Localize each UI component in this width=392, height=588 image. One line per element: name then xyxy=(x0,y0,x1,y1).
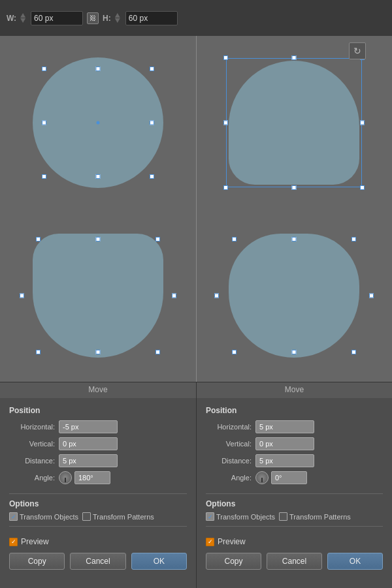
preview-row-2: ✓ Preview xyxy=(206,537,383,546)
height-input[interactable]: 60 px xyxy=(125,11,178,25)
shape-circle[interactable] xyxy=(33,57,163,188)
separator-1 xyxy=(9,493,187,494)
dialog-panel-2: Move Position Horizontal: Vertical: Dist… xyxy=(196,382,392,588)
horizontal-label-2: Horizontal: xyxy=(206,423,252,431)
angle-input-1[interactable] xyxy=(74,471,110,484)
distance-row-1: Distance: xyxy=(9,454,187,467)
transform-patterns-check-2[interactable]: ✓ Transform Patterns xyxy=(279,512,351,521)
angle-row-2: Angle: xyxy=(206,471,383,484)
handle-tr-1 xyxy=(150,67,154,71)
vertical-row-1: Vertical: xyxy=(9,437,187,450)
handle-bc-4 xyxy=(292,350,297,354)
options-title-2: Options xyxy=(206,499,383,508)
preview-label-2: Preview xyxy=(218,537,246,546)
preview-label-1: Preview xyxy=(21,537,49,546)
handle-tc-3 xyxy=(96,237,101,241)
handle-tl-3 xyxy=(36,237,41,241)
width-label: W: xyxy=(7,14,16,23)
move-label-1: Move xyxy=(0,382,196,398)
link-proportions-icon[interactable]: ⛓ xyxy=(87,12,99,24)
shape-rounded-top[interactable] xyxy=(229,61,359,185)
handle-br-1 xyxy=(150,174,154,179)
horizontal-label-1: Horizontal: xyxy=(9,423,55,431)
transform-objects-check-2[interactable]: ✓ Transform Objects xyxy=(206,512,275,521)
handle-bl-4 xyxy=(232,350,237,354)
horizontal-input-1[interactable] xyxy=(59,420,118,433)
transform-objects-checkbox-2[interactable]: ✓ xyxy=(206,512,214,521)
ok-button-2[interactable]: OK xyxy=(327,553,383,570)
height-label: H: xyxy=(103,14,111,23)
move-label-2: Move xyxy=(197,382,392,398)
toolbar: W: 60 px ⛓ H: 60 px xyxy=(0,0,392,36)
handle-bl-3 xyxy=(36,350,41,354)
shape-1-wrapper xyxy=(33,57,163,188)
handle-tc-4 xyxy=(292,237,297,241)
distance-input-1[interactable] xyxy=(59,454,118,467)
angle-input-2[interactable] xyxy=(271,471,307,484)
cancel-button-2[interactable]: Cancel xyxy=(267,553,322,570)
angle-label-2: Angle: xyxy=(206,474,252,482)
handle-br-2 xyxy=(360,185,365,190)
separator-3 xyxy=(206,493,383,494)
position-title-2: Position xyxy=(206,406,383,415)
handle-tr-4 xyxy=(351,237,356,241)
rotate-icon[interactable]: ↻ xyxy=(349,42,366,59)
handle-mr-2 xyxy=(360,120,365,125)
distance-input-2[interactable] xyxy=(255,454,314,467)
handle-tc-2 xyxy=(292,55,297,60)
vertical-input-1[interactable] xyxy=(59,437,118,450)
preview-checkbox-1[interactable]: ✓ xyxy=(9,538,18,546)
separator-2 xyxy=(9,526,187,527)
distance-row-2: Distance: xyxy=(206,454,383,467)
preview-row-1: ✓ Preview xyxy=(9,537,187,546)
handle-ml-1 xyxy=(42,120,46,125)
canvas-cell-3 xyxy=(0,209,196,382)
handle-mr-1 xyxy=(150,120,154,125)
distance-label-2: Distance: xyxy=(206,457,252,465)
position-title-1: Position xyxy=(9,406,187,415)
center-dot-1 xyxy=(97,121,100,124)
canvas-cell-1 xyxy=(0,36,196,209)
angle-dial-1[interactable] xyxy=(59,471,72,484)
handle-tc-1 xyxy=(96,67,101,71)
transform-patterns-check-1[interactable]: ✓ Transform Patterns xyxy=(82,512,154,521)
vertical-row-2: Vertical: xyxy=(206,437,383,450)
handle-tl-2 xyxy=(223,55,228,60)
transform-patterns-checkbox-2[interactable]: ✓ xyxy=(279,512,287,521)
preview-checkbox-2[interactable]: ✓ xyxy=(206,538,214,546)
handle-ml-4 xyxy=(214,293,219,298)
copy-button-1[interactable]: Copy xyxy=(9,553,65,570)
options-title-1: Options xyxy=(9,499,187,508)
handle-bc-2 xyxy=(292,185,297,190)
ok-button-1[interactable]: OK xyxy=(131,553,187,570)
transform-objects-check-1[interactable]: ✓ Transform Objects xyxy=(9,512,78,521)
shape-4-wrapper xyxy=(229,234,359,358)
options-row-2: ✓ Transform Objects ✓ Transform Patterns xyxy=(206,512,383,521)
transform-objects-checkbox-1[interactable]: ✓ xyxy=(9,512,18,521)
copy-button-2[interactable]: Copy xyxy=(206,553,261,570)
canvas-area: ↻ xyxy=(0,36,392,382)
shape-rounded-bottom[interactable] xyxy=(33,234,163,358)
handle-tl-4 xyxy=(232,237,237,241)
separator-4 xyxy=(206,526,383,527)
height-down-arrow[interactable] xyxy=(115,18,120,23)
width-down-arrow[interactable] xyxy=(20,18,25,23)
height-stepper[interactable] xyxy=(115,13,120,23)
transform-patterns-checkbox-1[interactable]: ✓ xyxy=(82,512,91,521)
vertical-input-2[interactable] xyxy=(255,437,314,450)
handle-mr-3 xyxy=(172,293,176,298)
height-up-arrow[interactable] xyxy=(115,13,120,18)
vertical-label-2: Vertical: xyxy=(206,440,252,448)
shape-rounded-both[interactable] xyxy=(229,234,359,358)
cancel-button-1[interactable]: Cancel xyxy=(70,553,125,570)
options-row-1: ✓ Transform Objects ✓ Transform Patterns xyxy=(9,512,187,521)
handle-mr-4 xyxy=(369,293,374,298)
width-input[interactable]: 60 px xyxy=(31,11,83,25)
shape-3-wrapper xyxy=(33,234,163,358)
angle-dial-2[interactable] xyxy=(255,471,269,484)
horizontal-input-2[interactable] xyxy=(255,420,314,433)
horizontal-row-1: Horizontal: xyxy=(9,420,187,433)
width-stepper[interactable] xyxy=(20,13,25,23)
handle-ml-2 xyxy=(223,120,228,125)
width-up-arrow[interactable] xyxy=(20,13,25,18)
